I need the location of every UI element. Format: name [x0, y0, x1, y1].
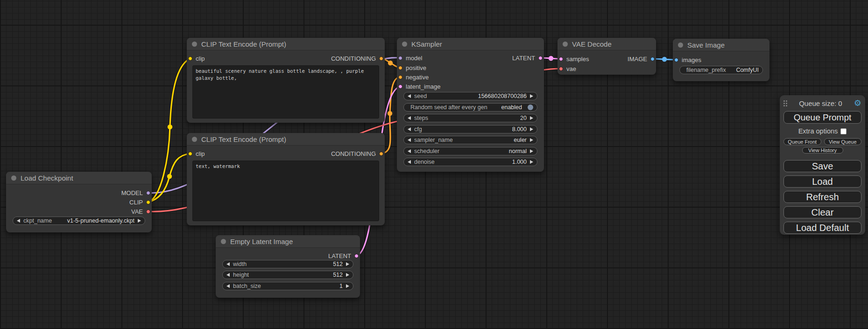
- node-graph-canvas[interactable]: Load Checkpoint MODEL CLIP VAE ckpt_name…: [0, 0, 868, 329]
- node-title-bar[interactable]: CLIP Text Encode (Prompt): [187, 38, 385, 50]
- latent-socket-icon[interactable]: [354, 254, 359, 258]
- extra-options-checkbox[interactable]: [840, 128, 847, 134]
- node-load-checkpoint[interactable]: Load Checkpoint MODEL CLIP VAE ckpt_name…: [6, 172, 152, 232]
- collapse-dot-icon[interactable]: [402, 42, 407, 47]
- left-arrow-icon[interactable]: [408, 127, 411, 131]
- widget-value[interactable]: ComfyUI: [736, 67, 759, 73]
- clip-socket-icon[interactable]: [188, 56, 192, 61]
- output-slot-vae[interactable]: VAE: [131, 208, 150, 215]
- left-arrow-icon[interactable]: [408, 138, 411, 142]
- input-slot-clip[interactable]: clip: [188, 150, 205, 157]
- collapse-dot-icon[interactable]: [221, 239, 226, 244]
- widget-value[interactable]: 8.000: [512, 126, 527, 133]
- output-slot-latent[interactable]: LATENT: [512, 54, 543, 62]
- widget-value[interactable]: euler: [514, 137, 527, 143]
- load-default-button[interactable]: Load Default: [783, 222, 861, 234]
- seed-widget[interactable]: seed 156680208700286: [403, 92, 537, 100]
- prompt-textarea[interactable]: text, watermark: [192, 161, 379, 221]
- input-slot-negative[interactable]: negative: [398, 73, 429, 81]
- input-slot-clip[interactable]: clip: [188, 55, 205, 62]
- clip-socket-icon[interactable]: [188, 152, 192, 156]
- output-slot-latent[interactable]: LATENT: [328, 252, 359, 259]
- latent-socket-icon[interactable]: [398, 84, 402, 89]
- refresh-button[interactable]: Refresh: [783, 191, 861, 203]
- left-arrow-icon[interactable]: [226, 284, 230, 288]
- left-arrow-icon[interactable]: [408, 116, 411, 120]
- toggle-on-icon[interactable]: [528, 105, 533, 110]
- batch-size-widget[interactable]: batch_size 1: [222, 282, 353, 290]
- clip-socket-icon[interactable]: [146, 200, 150, 204]
- clear-button[interactable]: Clear: [783, 206, 861, 218]
- input-slot-latent-image[interactable]: latent_image: [398, 83, 440, 90]
- node-ksampler[interactable]: KSampler model positive negative latent_…: [397, 38, 544, 172]
- collapse-dot-icon[interactable]: [192, 137, 197, 142]
- prompt-textarea[interactable]: beautiful scenery nature glass bottle la…: [192, 65, 379, 119]
- input-slot-samples[interactable]: samples: [559, 55, 589, 63]
- left-arrow-icon[interactable]: [408, 94, 411, 98]
- gear-icon[interactable]: ⚙: [854, 99, 861, 107]
- input-slot-images[interactable]: images: [674, 56, 701, 63]
- node-title-bar[interactable]: VAE Decode: [557, 38, 656, 50]
- right-arrow-icon[interactable]: [138, 219, 141, 223]
- vae-socket-icon[interactable]: [559, 67, 563, 71]
- height-widget[interactable]: height 512: [222, 271, 353, 279]
- node-clip-text-encode-negative[interactable]: CLIP Text Encode (Prompt) clip CONDITION…: [187, 133, 385, 225]
- input-slot-vae[interactable]: vae: [559, 65, 576, 72]
- left-arrow-icon[interactable]: [17, 219, 20, 223]
- sampler-name-widget[interactable]: sampler_name euler: [403, 136, 537, 144]
- collapse-dot-icon[interactable]: [192, 42, 197, 47]
- latent-socket-icon[interactable]: [538, 56, 543, 60]
- node-title-bar[interactable]: Save Image: [673, 39, 769, 51]
- input-slot-model[interactable]: model: [398, 54, 422, 62]
- scheduler-widget[interactable]: scheduler normal: [403, 147, 537, 155]
- output-slot-model[interactable]: MODEL: [121, 189, 150, 196]
- filename-prefix-widget[interactable]: filename_prefix ComfyUI: [679, 66, 763, 74]
- node-clip-text-encode-positive[interactable]: CLIP Text Encode (Prompt) clip CONDITION…: [187, 38, 385, 123]
- output-slot-conditioning[interactable]: CONDITIONING: [331, 150, 383, 157]
- node-title-bar[interactable]: Empty Latent Image: [216, 235, 360, 248]
- conditioning-socket-icon[interactable]: [398, 75, 402, 79]
- model-socket-icon[interactable]: [398, 56, 402, 60]
- conditioning-socket-icon[interactable]: [379, 56, 383, 61]
- latent-socket-icon[interactable]: [559, 57, 563, 61]
- output-slot-conditioning[interactable]: CONDITIONING: [331, 55, 383, 62]
- right-arrow-icon[interactable]: [530, 149, 533, 153]
- random-seed-toggle-widget[interactable]: Random seed after every gen enabled: [403, 103, 537, 112]
- node-title-bar[interactable]: CLIP Text Encode (Prompt): [187, 133, 385, 146]
- drag-handle-icon[interactable]: [783, 100, 787, 106]
- model-socket-icon[interactable]: [146, 191, 150, 195]
- widget-value[interactable]: normal: [509, 148, 527, 154]
- left-arrow-icon[interactable]: [408, 160, 411, 164]
- view-queue-button[interactable]: View Queue: [824, 138, 862, 145]
- collapse-dot-icon[interactable]: [11, 175, 16, 181]
- node-title-bar[interactable]: KSampler: [397, 38, 544, 50]
- widget-value[interactable]: 1.000: [512, 159, 527, 165]
- widget-value[interactable]: 20: [520, 115, 527, 121]
- queue-prompt-button[interactable]: Queue Prompt: [783, 111, 861, 124]
- vae-socket-icon[interactable]: [146, 210, 150, 214]
- width-widget[interactable]: width 512: [222, 260, 353, 268]
- queue-front-button[interactable]: Queue Front: [783, 138, 821, 145]
- ckpt-name-widget[interactable]: ckpt_name v1-5-pruned-emaonly.ckpt: [13, 217, 145, 225]
- denoise-widget[interactable]: denoise 1.000: [403, 158, 537, 166]
- right-arrow-icon[interactable]: [530, 138, 533, 142]
- collapse-dot-icon[interactable]: [563, 42, 568, 47]
- right-arrow-icon[interactable]: [530, 116, 533, 120]
- output-slot-clip[interactable]: CLIP: [129, 198, 150, 206]
- right-arrow-icon[interactable]: [346, 262, 349, 266]
- right-arrow-icon[interactable]: [530, 160, 533, 164]
- collapse-dot-icon[interactable]: [678, 42, 683, 48]
- left-arrow-icon[interactable]: [226, 262, 230, 266]
- left-arrow-icon[interactable]: [226, 273, 230, 277]
- image-socket-icon[interactable]: [650, 57, 655, 61]
- node-empty-latent-image[interactable]: Empty Latent Image LATENT width 512 heig…: [216, 235, 360, 298]
- steps-widget[interactable]: steps 20: [403, 114, 537, 122]
- widget-value[interactable]: 512: [333, 272, 343, 278]
- image-socket-icon[interactable]: [674, 58, 678, 62]
- view-history-button[interactable]: View History: [802, 147, 843, 154]
- right-arrow-icon[interactable]: [530, 94, 533, 98]
- right-arrow-icon[interactable]: [346, 273, 349, 277]
- node-save-image[interactable]: Save Image images filename_prefix ComfyU…: [673, 39, 769, 81]
- node-vae-decode[interactable]: VAE Decode samples vae IMAGE: [557, 38, 656, 75]
- output-slot-image[interactable]: IMAGE: [628, 55, 655, 63]
